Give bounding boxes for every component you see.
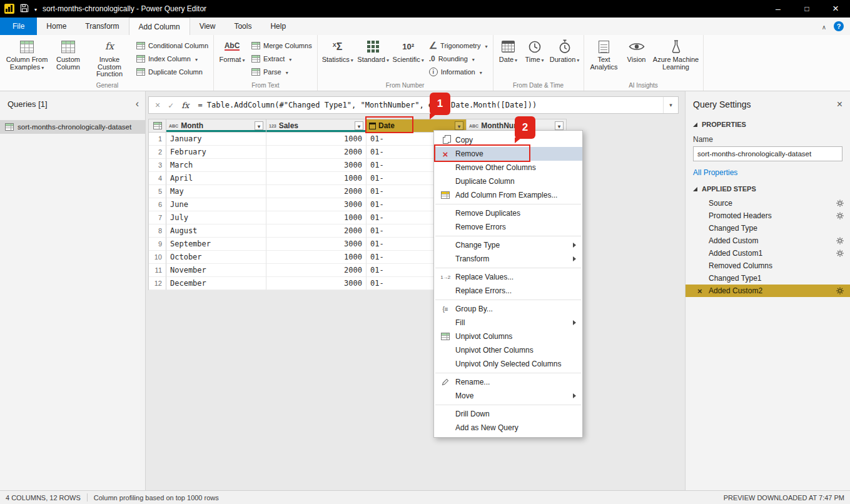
collapse-queries-pane-icon[interactable] [136, 98, 139, 109]
formula-bar[interactable]: = Table.AddColumn(#"Changed Type1", "Mon… [148, 96, 679, 114]
menu-item-group-by[interactable]: Group By... [434, 302, 582, 316]
formula-text[interactable]: = Table.AddColumn(#"Changed Type1", "Mon… [195, 101, 537, 109]
maximize-button[interactable] [792, 0, 821, 18]
time-icon [528, 39, 542, 54]
menu-item-duplicate-column[interactable]: Duplicate Column [434, 174, 582, 188]
menu-item-add-column-from-examples[interactable]: Add Column From Examples... [434, 188, 582, 202]
format-button[interactable]: Format [216, 36, 248, 64]
tab-tools[interactable]: Tools [225, 18, 261, 35]
step-settings-gear-icon[interactable] [836, 234, 844, 247]
formula-bar-buttons [149, 99, 195, 111]
tab-home[interactable]: Home [37, 18, 76, 35]
conditional-column-icon [136, 42, 145, 49]
applied-step-added-custom[interactable]: Added Custom [686, 234, 850, 247]
applied-steps-section-header[interactable]: APPLIED STEPS [686, 179, 850, 195]
close-button[interactable] [821, 0, 850, 18]
status-profiling[interactable]: Column profiling based on top 1000 rows [94, 494, 219, 501]
duration-button[interactable]: Duration [548, 36, 582, 64]
duplicate-column-button[interactable]: Duplicate Column [133, 66, 211, 78]
merge-columns-button[interactable]: Merge Columns [248, 39, 315, 52]
column-header-month[interactable]: ABC Month [166, 119, 266, 133]
step-settings-gear-icon[interactable] [836, 285, 844, 297]
index-column-button[interactable]: Index Column [133, 53, 211, 65]
menu-item-remove-duplicates[interactable]: Remove Duplicates [434, 206, 582, 220]
date-button[interactable]: Date [495, 36, 522, 64]
column-header-sales[interactable]: 123 Sales [266, 119, 367, 133]
scientific-button[interactable]: Scientific [391, 36, 426, 64]
menu-item-unpivot-columns[interactable]: Unpivot Columns [434, 330, 582, 343]
azure-machine-learning-button[interactable]: Azure Machine Learning [651, 36, 701, 71]
tab-help[interactable]: Help [261, 18, 295, 35]
quick-access-caret-icon[interactable] [34, 4, 37, 13]
menu-item-replace-values[interactable]: Replace Values... [434, 270, 582, 284]
menu-item-copy[interactable]: Copy [434, 133, 582, 147]
cancel-icon[interactable] [155, 99, 160, 111]
menu-item-transform[interactable]: Transform [434, 252, 582, 266]
custom-column-button[interactable]: Custom Column [51, 36, 86, 71]
menu-separator [435, 204, 581, 204]
applied-step-changed-type1[interactable]: Changed Type1 [686, 272, 850, 285]
menu-item-remove-errors[interactable]: Remove Errors [434, 220, 582, 234]
properties-section-header[interactable]: PROPERTIES [686, 115, 850, 131]
text-analytics-button[interactable]: Text Analytics [586, 36, 622, 71]
filter-dropdown-sales[interactable] [355, 121, 363, 130]
menu-item-add-as-new-query[interactable]: Add as New Query [434, 421, 582, 435]
status-separator [87, 493, 88, 501]
menu-separator [435, 268, 581, 268]
applied-step-promoted-headers[interactable]: Promoted Headers [686, 209, 850, 222]
query-list-item[interactable]: sort-months-chronologically-dataset [0, 120, 145, 134]
filter-dropdown-date[interactable] [455, 121, 463, 130]
window-title: sort-months-chronologically - Power Quer… [43, 4, 206, 13]
all-properties-link[interactable]: All Properties [686, 161, 850, 179]
menu-item-fill[interactable]: Fill [434, 316, 582, 330]
menu-item-remove[interactable]: Remove [434, 147, 582, 161]
query-settings-panel: Query Settings PROPERTIES Name All Prope… [685, 91, 850, 490]
menu-item-unpivot-other-columns[interactable]: Unpivot Other Columns [434, 343, 582, 357]
minimize-button[interactable] [764, 0, 792, 18]
menu-item-unpivot-only-selected-columns[interactable]: Unpivot Only Selected Columns [434, 357, 582, 371]
close-panel-icon[interactable] [837, 99, 842, 110]
tab-view[interactable]: View [190, 18, 225, 35]
ribbon-tab-bar: File Home Transform Add Column View Tool… [0, 18, 850, 35]
commit-icon[interactable] [168, 99, 174, 111]
menu-item-replace-errors[interactable]: Replace Errors... [434, 284, 582, 298]
statistics-button[interactable]: XΣ Statistics [320, 36, 356, 64]
delete-step-icon[interactable] [697, 286, 702, 296]
standard-button[interactable]: Standard [356, 36, 391, 64]
step-settings-gear-icon[interactable] [836, 247, 844, 260]
filter-dropdown-month[interactable] [255, 121, 263, 130]
time-button[interactable]: Time [522, 36, 548, 64]
help-icon[interactable] [834, 21, 844, 31]
trigonometry-button[interactable]: Trigonometry [426, 39, 491, 52]
conditional-column-button[interactable]: Conditional Column [133, 39, 211, 52]
applied-step-removed-columns[interactable]: Removed Columns [686, 260, 850, 272]
applied-step-added-custom2[interactable]: Added Custom2 [686, 285, 850, 297]
step-settings-gear-icon[interactable] [836, 197, 844, 209]
dropdown-caret-icon [471, 55, 475, 63]
save-icon[interactable] [20, 4, 29, 14]
column-from-examples-button[interactable]: Column From Examples [3, 36, 51, 71]
filter-dropdown-monthnumber[interactable] [555, 121, 564, 130]
applied-step-source[interactable]: Source [686, 197, 850, 209]
tab-file[interactable]: File [0, 18, 37, 35]
step-settings-gear-icon[interactable] [836, 209, 844, 222]
select-all-corner[interactable] [149, 119, 166, 133]
parse-button[interactable]: Parse [248, 66, 315, 78]
tab-add-column[interactable]: Add Column [129, 18, 190, 35]
query-name-input[interactable] [693, 146, 842, 161]
menu-item-drill-down[interactable]: Drill Down [434, 407, 582, 421]
menu-item-move[interactable]: Move [434, 389, 582, 403]
expand-formula-bar-icon[interactable] [663, 97, 678, 113]
applied-step-changed-type[interactable]: Changed Type [686, 222, 850, 234]
menu-item-remove-other-columns[interactable]: Remove Other Columns [434, 161, 582, 174]
vision-button[interactable]: Vision [622, 36, 651, 64]
menu-item-change-type[interactable]: Change Type [434, 238, 582, 252]
information-button[interactable]: Information [426, 66, 491, 78]
menu-item-rename[interactable]: Rename... [434, 375, 582, 389]
tab-transform[interactable]: Transform [76, 18, 128, 35]
applied-step-added-custom1[interactable]: Added Custom1 [686, 247, 850, 260]
collapse-ribbon-icon[interactable] [822, 21, 826, 32]
invoke-custom-function-button[interactable]: Invoke Custom Function [86, 36, 133, 78]
rounding-button[interactable]: Rounding [426, 53, 491, 65]
extract-button[interactable]: Extract [248, 53, 315, 65]
